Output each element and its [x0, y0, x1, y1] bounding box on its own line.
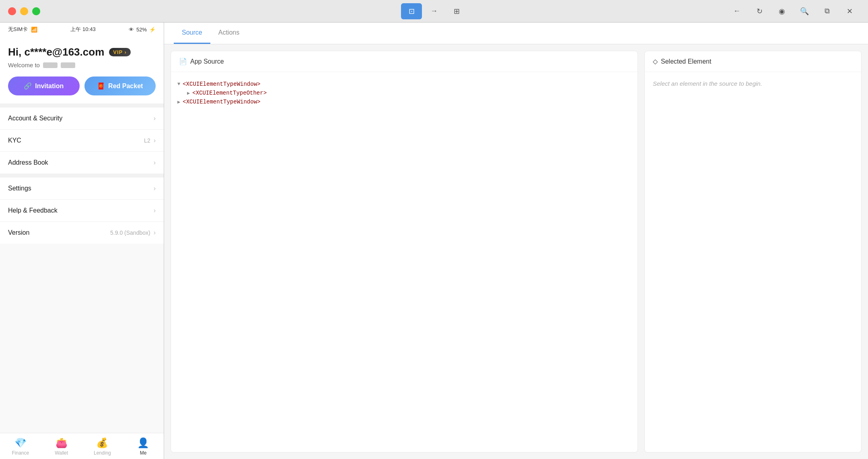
menu-section-1: Account & Security › KYC L2 › Address Bo…: [0, 108, 164, 174]
menu-item-account-left: Account & Security: [8, 115, 62, 122]
tree-item-window-1[interactable]: ▼ <XCUIElementTypeWindow>: [177, 81, 631, 87]
menu-item-version-left: Version: [8, 229, 29, 236]
menu-section-2: Settings › Help & Feedback › Version: [0, 178, 164, 244]
invitation-button[interactable]: 🔗 Invitation: [8, 76, 80, 95]
menu-item-account-right: ›: [154, 115, 156, 122]
selected-element-header: ◇ Selected Element: [645, 51, 861, 72]
selected-element-label: Selected Element: [661, 58, 711, 65]
version-chevron-icon: ›: [154, 229, 156, 236]
help-chevron-icon: ›: [154, 207, 156, 214]
settings-chevron-icon: ›: [154, 185, 156, 192]
wallet-label: Wallet: [55, 450, 68, 456]
phone-panel: 无SIM卡 📶 上午 10:43 👁 52% ⚡ Hi, c****e@163.…: [0, 23, 164, 459]
toolbar-forward-button[interactable]: →: [424, 3, 444, 19]
nav-copy-button[interactable]: ⧉: [817, 3, 837, 19]
nav-item-finance[interactable]: 💎 Finance: [0, 433, 41, 459]
tree-tag-1: <XCUIElementTypeWindow>: [183, 81, 260, 87]
welcome-text: Welcome to: [8, 62, 156, 68]
menu-item-kyc-right: L2 ›: [144, 137, 156, 144]
nav-eye-button[interactable]: ◉: [771, 3, 792, 19]
status-right: 👁 52% ⚡: [129, 27, 156, 33]
window-maximize-button[interactable]: [32, 7, 40, 15]
phone-bottom-spacer: [0, 244, 164, 433]
menu-item-help-left: Help & Feedback: [8, 207, 58, 214]
selected-element-body: Select an element in the source to begin…: [645, 72, 861, 95]
menu-item-settings-right: ›: [154, 185, 156, 192]
nav-search-button[interactable]: 🔍: [794, 3, 815, 19]
tree-item-window-2[interactable]: ▶ <XCUIElementTypeWindow>: [177, 99, 631, 105]
source-panel: Source Actions 📄 App Source ▼ <XCUIEleme…: [164, 23, 868, 459]
toolbar-nav: ← ↻ ◉ 🔍 ⧉ ✕: [726, 3, 860, 19]
me-label: Me: [140, 450, 147, 456]
menu-item-settings-left: Settings: [8, 185, 31, 192]
finance-icon: 💎: [14, 437, 27, 449]
carrier-label: 无SIM卡: [8, 26, 28, 33]
menu-item-address-right: ›: [154, 159, 156, 166]
nav-refresh-button[interactable]: ↻: [749, 3, 770, 19]
kyc-label: KYC: [8, 137, 21, 144]
kyc-badge: L2: [144, 137, 150, 144]
menu-item-help-right: ›: [154, 207, 156, 214]
menu-item-kyc-left: KYC: [8, 137, 21, 144]
tree-arrow-1[interactable]: ▼: [177, 81, 180, 87]
me-icon: 👤: [137, 437, 149, 449]
app-source-header-label: App Source: [190, 58, 224, 65]
tree-tag-3: <XCUIElementTypeWindow>: [183, 99, 260, 105]
kyc-chevron-icon: ›: [154, 137, 156, 144]
menu-item-settings[interactable]: Settings ›: [0, 178, 164, 200]
window-close-button[interactable]: [8, 7, 16, 15]
address-book-label: Address Book: [8, 159, 48, 166]
tree-arrow-2[interactable]: ▶: [187, 90, 190, 96]
menu-item-account-security[interactable]: Account & Security ›: [0, 108, 164, 130]
invitation-label: Invitation: [35, 83, 64, 90]
selected-element-icon: ◇: [653, 58, 658, 65]
menu-item-version[interactable]: Version 5.9.0 (Sandbox) ›: [0, 222, 164, 244]
bottom-nav: 💎 Finance 👛 Wallet 💰 Lending 👤 Me: [0, 433, 164, 459]
source-tree: ▼ <XCUIElementTypeWindow> ▶ <XCUIElement…: [171, 72, 638, 114]
toolbar-center: ⊡ → ⊞: [401, 3, 467, 19]
invitation-icon: 🔗: [24, 82, 32, 90]
window-controls: [8, 7, 40, 15]
tree-item-other[interactable]: ▶ <XCUIElementTypeOther>: [177, 90, 631, 96]
selected-element-placeholder: Select an element in the source to begin…: [653, 80, 762, 87]
nav-item-wallet[interactable]: 👛 Wallet: [41, 433, 82, 459]
menu-item-help-feedback[interactable]: Help & Feedback ›: [0, 200, 164, 222]
red-packet-icon: 🧧: [97, 82, 105, 90]
finance-label: Finance: [12, 450, 29, 456]
nav-close-button[interactable]: ✕: [839, 3, 860, 19]
red-packet-label: Red Packet: [108, 83, 143, 90]
tab-actions[interactable]: Actions: [210, 23, 247, 44]
battery-percent: 52%: [136, 27, 147, 33]
tree-arrow-3[interactable]: ▶: [177, 99, 180, 105]
app-source-header: 📄 App Source: [171, 51, 638, 72]
toolbar-expand-button[interactable]: ⊞: [446, 3, 467, 19]
nav-back-button[interactable]: ←: [726, 3, 747, 19]
welcome-label: Welcome to: [8, 62, 40, 68]
version-value: 5.9.0 (Sandbox): [110, 229, 150, 236]
app-source-panel: 📄 App Source ▼ <XCUIElementTypeWindow> ▶…: [171, 51, 638, 453]
title-bar: ⊡ → ⊞ ← ↻ ◉ 🔍 ⧉ ✕: [0, 0, 868, 23]
account-chevron-icon: ›: [154, 115, 156, 122]
menu-item-kyc[interactable]: KYC L2 ›: [0, 130, 164, 152]
profile-greeting: Hi, c****e@163.com: [8, 46, 104, 58]
settings-label: Settings: [8, 185, 31, 192]
source-content: 📄 App Source ▼ <XCUIElementTypeWindow> ▶…: [164, 44, 868, 459]
time-label: 上午 10:43: [70, 26, 95, 33]
window-minimize-button[interactable]: [20, 7, 28, 15]
menu-item-address-book[interactable]: Address Book ›: [0, 152, 164, 174]
welcome-block-2: [61, 62, 75, 68]
wifi-icon: 📶: [31, 27, 37, 33]
red-packet-button[interactable]: 🧧 Red Packet: [84, 76, 156, 95]
status-bar: 无SIM卡 📶 上午 10:43 👁 52% ⚡: [0, 23, 164, 36]
app-source-header-icon: 📄: [179, 58, 187, 65]
profile-area: Hi, c****e@163.com VIP › Welcome to 🔗 In…: [0, 36, 164, 103]
profile-name-row: Hi, c****e@163.com VIP ›: [8, 46, 156, 58]
tab-source[interactable]: Source: [174, 23, 210, 44]
nav-item-me[interactable]: 👤 Me: [123, 433, 164, 459]
nav-item-lending[interactable]: 💰 Lending: [82, 433, 123, 459]
selected-element-panel: ◇ Selected Element Select an element in …: [644, 51, 862, 453]
action-buttons: 🔗 Invitation 🧧 Red Packet: [8, 76, 156, 95]
status-left: 无SIM卡 📶: [8, 26, 37, 33]
vip-badge[interactable]: VIP ›: [109, 48, 131, 56]
toolbar-select-button[interactable]: ⊡: [401, 3, 422, 19]
